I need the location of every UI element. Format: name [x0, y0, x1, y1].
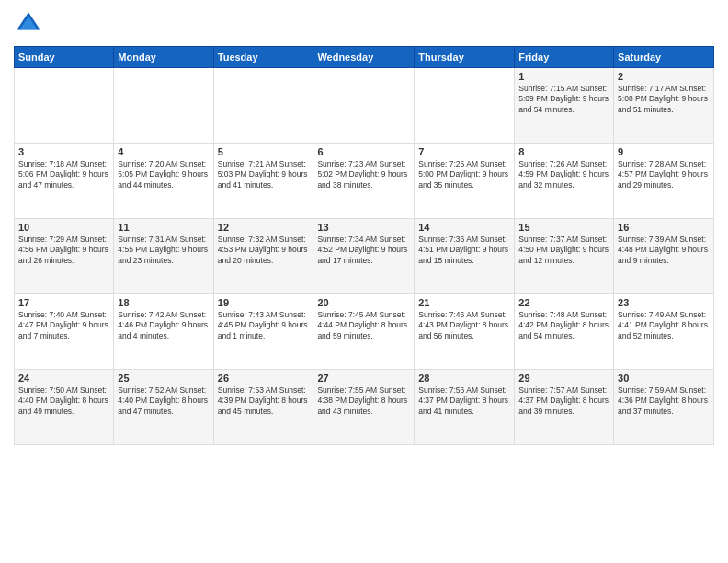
day-cell: 5Sunrise: 7:21 AM Sunset: 5:03 PM Daylig… [213, 144, 313, 219]
day-number: 16 [618, 222, 710, 233]
day-info: Sunrise: 7:32 AM Sunset: 4:53 PM Dayligh… [218, 235, 310, 266]
day-cell: 28Sunrise: 7:56 AM Sunset: 4:37 PM Dayli… [415, 370, 515, 445]
day-cell: 3Sunrise: 7:18 AM Sunset: 5:06 PM Daylig… [15, 144, 114, 219]
day-cell [313, 68, 415, 144]
day-info: Sunrise: 7:18 AM Sunset: 5:06 PM Dayligh… [18, 159, 109, 190]
day-info: Sunrise: 7:17 AM Sunset: 5:08 PM Dayligh… [618, 84, 710, 115]
day-cell: 18Sunrise: 7:42 AM Sunset: 4:46 PM Dayli… [114, 294, 213, 370]
day-cell: 1Sunrise: 7:15 AM Sunset: 5:09 PM Daylig… [515, 68, 614, 144]
day-info: Sunrise: 7:40 AM Sunset: 4:47 PM Dayligh… [18, 310, 109, 341]
day-info: Sunrise: 7:26 AM Sunset: 4:59 PM Dayligh… [518, 159, 609, 190]
day-number: 11 [118, 222, 209, 233]
day-cell: 16Sunrise: 7:39 AM Sunset: 4:48 PM Dayli… [614, 219, 714, 294]
day-cell: 13Sunrise: 7:34 AM Sunset: 4:52 PM Dayli… [313, 219, 415, 294]
day-number: 3 [18, 146, 109, 157]
day-info: Sunrise: 7:52 AM Sunset: 4:40 PM Dayligh… [118, 385, 209, 417]
day-number: 5 [218, 146, 310, 157]
day-info: Sunrise: 7:50 AM Sunset: 4:40 PM Dayligh… [18, 385, 109, 417]
day-cell: 23Sunrise: 7:49 AM Sunset: 4:41 PM Dayli… [614, 294, 714, 370]
day-number: 13 [317, 222, 410, 233]
day-cell: 20Sunrise: 7:45 AM Sunset: 4:44 PM Dayli… [313, 294, 415, 370]
day-cell: 12Sunrise: 7:32 AM Sunset: 4:53 PM Dayli… [213, 219, 313, 294]
day-cell: 30Sunrise: 7:59 AM Sunset: 4:36 PM Dayli… [614, 370, 714, 445]
weekday-header-tuesday: Tuesday [213, 47, 313, 68]
day-info: Sunrise: 7:34 AM Sunset: 4:52 PM Dayligh… [317, 235, 410, 266]
day-number: 19 [218, 297, 310, 308]
weekday-header-thursday: Thursday [415, 47, 515, 68]
day-cell: 17Sunrise: 7:40 AM Sunset: 4:47 PM Dayli… [15, 294, 114, 370]
day-number: 18 [118, 297, 209, 308]
weekday-header-wednesday: Wednesday [313, 47, 415, 68]
day-number: 14 [418, 222, 510, 233]
day-cell: 22Sunrise: 7:48 AM Sunset: 4:42 PM Dayli… [515, 294, 614, 370]
weekday-header-saturday: Saturday [614, 47, 714, 68]
week-row-0: 1Sunrise: 7:15 AM Sunset: 5:09 PM Daylig… [15, 68, 714, 144]
day-number: 7 [418, 146, 510, 157]
logo-icon [14, 9, 43, 39]
calendar-table: SundayMondayTuesdayWednesdayThursdayFrid… [14, 46, 714, 445]
day-cell: 24Sunrise: 7:50 AM Sunset: 4:40 PM Dayli… [15, 370, 114, 445]
weekday-header-friday: Friday [515, 47, 614, 68]
day-info: Sunrise: 7:15 AM Sunset: 5:09 PM Dayligh… [518, 84, 609, 115]
weekday-header-monday: Monday [114, 47, 213, 68]
day-cell: 26Sunrise: 7:53 AM Sunset: 4:39 PM Dayli… [213, 370, 313, 445]
day-info: Sunrise: 7:23 AM Sunset: 5:02 PM Dayligh… [317, 159, 410, 190]
day-number: 24 [18, 373, 109, 384]
day-cell [415, 68, 515, 144]
day-number: 6 [317, 146, 410, 157]
day-number: 28 [418, 373, 510, 384]
day-number: 25 [118, 373, 209, 384]
day-number: 20 [317, 297, 410, 308]
day-info: Sunrise: 7:49 AM Sunset: 4:41 PM Dayligh… [618, 310, 710, 341]
day-info: Sunrise: 7:20 AM Sunset: 5:05 PM Dayligh… [118, 159, 209, 190]
day-number: 27 [317, 373, 410, 384]
day-cell: 11Sunrise: 7:31 AM Sunset: 4:55 PM Dayli… [114, 219, 213, 294]
day-info: Sunrise: 7:31 AM Sunset: 4:55 PM Dayligh… [118, 235, 209, 266]
day-cell: 21Sunrise: 7:46 AM Sunset: 4:43 PM Dayli… [415, 294, 515, 370]
day-info: Sunrise: 7:56 AM Sunset: 4:37 PM Dayligh… [418, 385, 510, 417]
logo [14, 9, 47, 39]
day-number: 21 [418, 297, 510, 308]
week-row-1: 3Sunrise: 7:18 AM Sunset: 5:06 PM Daylig… [15, 144, 714, 219]
day-info: Sunrise: 7:28 AM Sunset: 4:57 PM Dayligh… [618, 159, 710, 190]
day-cell: 15Sunrise: 7:37 AM Sunset: 4:50 PM Dayli… [515, 219, 614, 294]
day-number: 17 [18, 297, 109, 308]
day-number: 1 [518, 71, 609, 82]
day-cell: 29Sunrise: 7:57 AM Sunset: 4:37 PM Dayli… [515, 370, 614, 445]
week-row-3: 17Sunrise: 7:40 AM Sunset: 4:47 PM Dayli… [15, 294, 714, 370]
day-cell: 25Sunrise: 7:52 AM Sunset: 4:40 PM Dayli… [114, 370, 213, 445]
week-row-4: 24Sunrise: 7:50 AM Sunset: 4:40 PM Dayli… [15, 370, 714, 445]
day-info: Sunrise: 7:42 AM Sunset: 4:46 PM Dayligh… [118, 310, 209, 341]
day-info: Sunrise: 7:55 AM Sunset: 4:38 PM Dayligh… [317, 385, 410, 417]
day-number: 15 [518, 222, 609, 233]
day-cell [114, 68, 213, 144]
day-cell: 27Sunrise: 7:55 AM Sunset: 4:38 PM Dayli… [313, 370, 415, 445]
calendar-container: SundayMondayTuesdayWednesdayThursdayFrid… [0, 0, 728, 563]
day-cell: 14Sunrise: 7:36 AM Sunset: 4:51 PM Dayli… [415, 219, 515, 294]
day-info: Sunrise: 7:53 AM Sunset: 4:39 PM Dayligh… [218, 385, 310, 417]
day-cell: 4Sunrise: 7:20 AM Sunset: 5:05 PM Daylig… [114, 144, 213, 219]
day-number: 4 [118, 146, 209, 157]
day-number: 26 [218, 373, 310, 384]
day-number: 10 [18, 222, 109, 233]
day-cell: 19Sunrise: 7:43 AM Sunset: 4:45 PM Dayli… [213, 294, 313, 370]
day-cell: 10Sunrise: 7:29 AM Sunset: 4:56 PM Dayli… [15, 219, 114, 294]
day-cell [213, 68, 313, 144]
day-cell: 7Sunrise: 7:25 AM Sunset: 5:00 PM Daylig… [415, 144, 515, 219]
day-number: 23 [618, 297, 710, 308]
day-info: Sunrise: 7:39 AM Sunset: 4:48 PM Dayligh… [618, 235, 710, 266]
day-cell [15, 68, 114, 144]
day-number: 8 [518, 146, 609, 157]
day-info: Sunrise: 7:25 AM Sunset: 5:00 PM Dayligh… [418, 159, 510, 190]
day-number: 22 [518, 297, 609, 308]
day-cell: 9Sunrise: 7:28 AM Sunset: 4:57 PM Daylig… [614, 144, 714, 219]
week-row-2: 10Sunrise: 7:29 AM Sunset: 4:56 PM Dayli… [15, 219, 714, 294]
day-cell: 2Sunrise: 7:17 AM Sunset: 5:08 PM Daylig… [614, 68, 714, 144]
day-cell: 8Sunrise: 7:26 AM Sunset: 4:59 PM Daylig… [515, 144, 614, 219]
day-info: Sunrise: 7:57 AM Sunset: 4:37 PM Dayligh… [518, 385, 609, 417]
day-number: 9 [618, 146, 710, 157]
header [14, 9, 714, 39]
day-info: Sunrise: 7:43 AM Sunset: 4:45 PM Dayligh… [218, 310, 310, 341]
day-info: Sunrise: 7:36 AM Sunset: 4:51 PM Dayligh… [418, 235, 510, 266]
weekday-header-sunday: Sunday [15, 47, 114, 68]
